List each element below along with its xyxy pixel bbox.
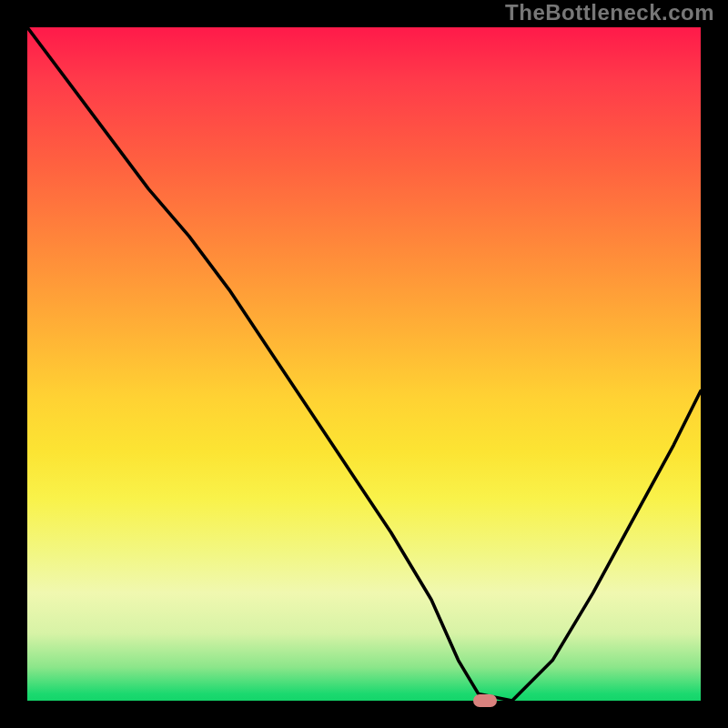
- bottleneck-curve: [27, 27, 701, 701]
- curve-svg: [27, 27, 701, 701]
- chart-container: TheBottleneck.com: [0, 0, 728, 728]
- optimal-point-marker: [473, 694, 497, 707]
- watermark-text: TheBottleneck.com: [505, 0, 714, 25]
- plot-area: [27, 27, 701, 701]
